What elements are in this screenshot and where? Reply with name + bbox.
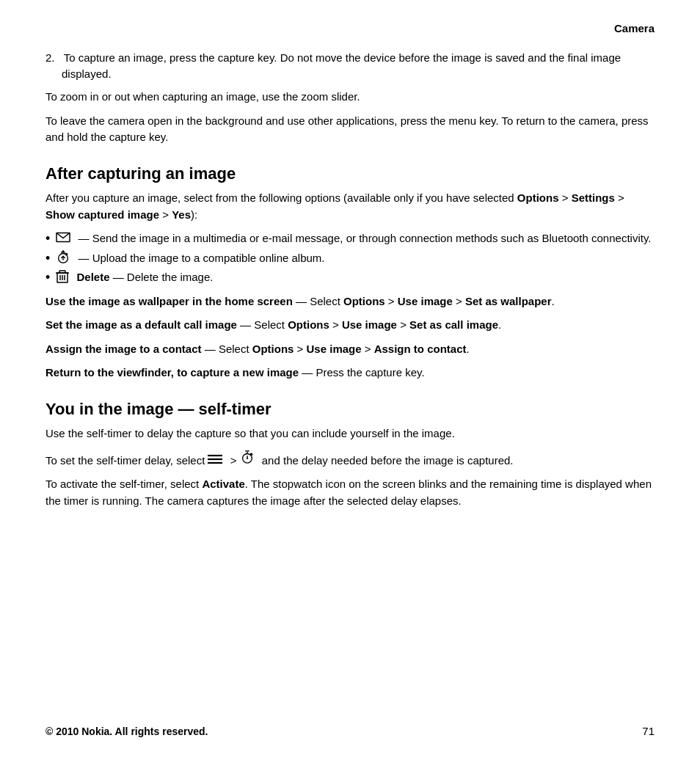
section2-para3: To activate the self-timer, select Activ… [45, 476, 655, 509]
action-assign-contact: Assign the image to a contact — Select O… [45, 341, 655, 358]
svg-point-14 [249, 453, 252, 456]
intro-bold1: Options [517, 191, 559, 204]
action-call-bold-start: Set the image as a default call image [45, 318, 237, 331]
self-timer-icon [240, 450, 255, 464]
section2-para2-end: and the delay needed before the image is… [262, 454, 514, 467]
svg-point-17 [247, 458, 248, 459]
zoom-para: To zoom in or out when capturing an imag… [45, 89, 655, 106]
intro-bold2: Settings [572, 191, 615, 204]
bullet-item-delete: • Delete — Delete the image. [45, 269, 655, 286]
bullet-item-upload: • — Upload the image to a compatible onl… [45, 250, 655, 267]
section2-heading: You in the image — self-timer [45, 399, 655, 420]
step-number: 2. [45, 51, 55, 64]
action-return-viewfinder: Return to the viewfinder, to capture a n… [45, 365, 655, 381]
section1-heading: After capturing an image [45, 164, 655, 185]
intro-bold3: Show captured image [45, 208, 159, 221]
upload-icon [56, 250, 70, 265]
section2-para2: To set the self-timer delay, select > an… [45, 450, 655, 469]
envelope-icon [56, 230, 70, 243]
section2-para3-start: To activate the self-timer, select [45, 478, 202, 490]
bullet-upload-text: — Upload the image to a compatible onlin… [75, 250, 324, 267]
page-footer: © 2010 Nokia. All rights reserved. 71 [45, 723, 655, 739]
section1-intro: After you capture an image, select from … [45, 190, 655, 223]
action-call-image: Set the image as a default call image — … [45, 317, 655, 334]
action-wallpaper-bold-start: Use the image as wallpaper in the home s… [45, 295, 293, 307]
bullet-dot-3: • [45, 271, 50, 284]
section2-para1: Use the self-timer to delay the capture … [45, 425, 655, 442]
intro-text: After you capture an image, select from … [45, 191, 517, 204]
header-title: Camera [614, 22, 655, 34]
section2-para2-start: To set the self-timer delay, select [45, 454, 205, 467]
footer-copyright: © 2010 Nokia. All rights reserved. [45, 724, 208, 739]
section2-para3-bold: Activate [202, 478, 244, 490]
bullet-dot-2: • [45, 252, 50, 265]
bullet-item-envelope: • — Send the image in a multimedia or e-… [45, 230, 655, 247]
svg-point-2 [65, 252, 68, 255]
action-return-bold-start: Return to the viewfinder, to capture a n… [45, 366, 299, 379]
footer-page-number: 71 [642, 723, 655, 739]
bullet-envelope-text: — Send the image in a multimedia or e-ma… [75, 230, 651, 247]
page: Camera 2. To capture an image, press the… [0, 0, 700, 760]
svg-rect-6 [59, 271, 65, 273]
bullet-dot-1: • [45, 232, 50, 245]
bullet-list: • — Send the image in a multimedia or e-… [45, 230, 655, 286]
page-header: Camera [45, 21, 655, 37]
background-para: To leave the camera open in the backgrou… [45, 113, 655, 146]
trash-icon [56, 269, 69, 284]
bullet-delete-text: Delete — Delete the image. [73, 269, 213, 286]
action-wallpaper: Use the image as wallpaper in the home s… [45, 293, 655, 310]
section2-para2-mid: > [230, 454, 240, 467]
step-2-text: 2. To capture an image, press the captur… [45, 50, 655, 82]
action-assign-bold-start: Assign the image to a contact [45, 343, 202, 355]
menu-lines-icon [208, 454, 222, 464]
intro-bold4: Yes [172, 208, 191, 221]
